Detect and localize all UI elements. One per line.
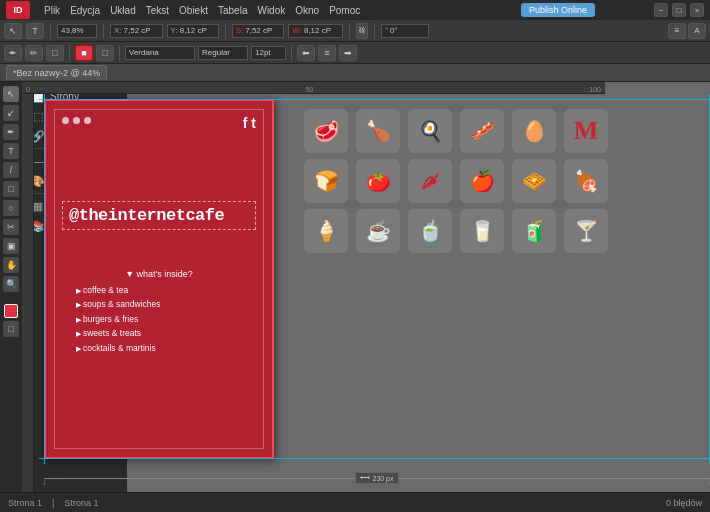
status-page: Strona 1	[8, 498, 42, 508]
food-icon-glass[interactable]: 🧃	[512, 209, 556, 253]
menu-bar: ID Plik Edycja Układ Tekst Obiekt Tabela…	[0, 0, 710, 20]
menu-item-sweets: sweets & treats	[76, 326, 160, 340]
publish-online-button[interactable]: Publish Online	[521, 3, 595, 17]
align-right[interactable]: ➡	[339, 45, 357, 61]
menu-tekst[interactable]: Tekst	[146, 5, 169, 16]
doc-menu-heading: what's inside?	[46, 269, 272, 279]
scissors-tool[interactable]: ✂	[3, 219, 19, 235]
canvas-area[interactable]: ▶ f t @theinternetcafe what's inside?	[34, 94, 710, 492]
menu-item-soups: soups & sandwiches	[76, 297, 160, 311]
doc-title[interactable]: @theinternetcafe	[62, 201, 256, 230]
facebook-icon: f	[243, 115, 248, 131]
food-icon-bacon[interactable]: 🥓	[460, 109, 504, 153]
stroke-color[interactable]: ■	[75, 45, 93, 61]
menu-edycja[interactable]: Edycja	[70, 5, 100, 16]
dot-1	[62, 117, 69, 124]
minimize-button[interactable]: −	[654, 3, 668, 17]
pen-tool[interactable]: ✒	[3, 124, 19, 140]
font-style[interactable]	[198, 46, 248, 60]
main-area: ↖ ↙ ✒ T / □ ○ ✂ ▣ ✋ 🔍 □ 0 50 100	[0, 82, 710, 492]
selection-tool[interactable]: ↖	[3, 86, 19, 102]
food-icon-waffle[interactable]: 🧇	[512, 159, 556, 203]
menu-okno[interactable]: Okno	[295, 5, 319, 16]
ruler-vertical	[22, 94, 34, 492]
food-icon-steak[interactable]: 🥩	[304, 109, 348, 153]
rect-tool[interactable]: □	[3, 181, 19, 197]
status-coords: Strona 1	[64, 498, 98, 508]
menu-pomoc[interactable]: Pomoc	[329, 5, 360, 16]
stroke-indicator[interactable]: □	[3, 321, 19, 337]
guide-bottom	[39, 458, 710, 459]
food-icon-tomato[interactable]: 🍅	[356, 159, 400, 203]
menu-uklad[interactable]: Układ	[110, 5, 136, 16]
twitter-icon: t	[251, 115, 256, 131]
tool-pencil[interactable]: ✏	[25, 45, 43, 61]
font-size[interactable]	[251, 46, 286, 60]
measure-label: ⟷230 px	[355, 472, 398, 484]
gradient-tool[interactable]: ▣	[3, 238, 19, 254]
align-left[interactable]: ⬅	[297, 45, 315, 61]
tool-shape[interactable]: □	[46, 45, 64, 61]
toolbar-1: ↖ T X: 7,52 cP Y: 8,12 cP S: 7,52 cP W: …	[0, 20, 710, 42]
food-icon-glass-empty[interactable]: 🥛	[460, 209, 504, 253]
food-icon-tea[interactable]: 🍵	[408, 209, 452, 253]
maximize-button[interactable]: □	[672, 3, 686, 17]
food-icon-chili[interactable]: 🌶	[408, 159, 452, 203]
line-tool[interactable]: /	[3, 162, 19, 178]
zoom-input[interactable]	[57, 24, 97, 38]
y-coord: Y: 8,12 cP	[167, 24, 219, 38]
w-coord: S: 7,52 cP	[232, 24, 285, 38]
food-icons-area: 🥩 🍗 🍳 🥓 🥚 M 🍞 🍅 🌶 🍎 🧇 🍖 🍦 ☕ 🍵 🥛 🧃	[304, 109, 610, 253]
rotation-coord: ° 0°	[381, 24, 429, 38]
tool-pen[interactable]: ✒	[4, 45, 22, 61]
food-icon-coffee[interactable]: ☕	[356, 209, 400, 253]
food-icon-egg[interactable]: 🍳	[408, 109, 452, 153]
char-btn[interactable]: A	[688, 23, 706, 39]
menu-tabela[interactable]: Tabela	[218, 5, 247, 16]
food-icon-letter-m[interactable]: M	[564, 109, 608, 153]
food-icon-egg2[interactable]: 🥚	[512, 109, 556, 153]
h-coord: W: 8,12 cP	[288, 24, 343, 38]
hand-tool[interactable]: ✋	[3, 257, 19, 273]
food-icon-icecream[interactable]: 🍦	[304, 209, 348, 253]
dot-3	[84, 117, 91, 124]
align-center[interactable]: ≡	[318, 45, 336, 61]
status-bar: Strona 1 | Strona 1 0 błędów	[0, 492, 710, 512]
measure-bottom: ⟷230 px	[44, 472, 710, 484]
doc-dots	[62, 117, 91, 124]
tool-type[interactable]: T	[26, 23, 44, 39]
design-document[interactable]: f t @theinternetcafe what's inside? coff…	[44, 99, 274, 459]
menu-item-cocktails: cocktails & martinis	[76, 341, 160, 355]
ellipse-tool[interactable]: ○	[3, 200, 19, 216]
menu-widok[interactable]: Widok	[257, 5, 285, 16]
guide-top	[39, 99, 710, 100]
food-icon-bread[interactable]: 🍞	[304, 159, 348, 203]
close-button[interactable]: ×	[690, 3, 704, 17]
food-icon-cocktail[interactable]: 🍸	[564, 209, 608, 253]
food-icon-apple[interactable]: 🍎	[460, 159, 504, 203]
arrow-left: ↓	[42, 476, 47, 487]
doc-social-icons: f t	[243, 115, 256, 131]
doc-border	[54, 109, 264, 449]
food-icon-chicken[interactable]: 🍗	[356, 109, 400, 153]
status-divider: |	[52, 498, 54, 508]
fill-color[interactable]: □	[96, 45, 114, 61]
menu-plik[interactable]: Plik	[44, 5, 60, 16]
status-errors: 0 błędów	[666, 498, 702, 508]
tools-panel: ↖ ↙ ✒ T / □ ○ ✂ ▣ ✋ 🔍 □	[0, 82, 22, 492]
menu-obiekt[interactable]: Obiekt	[179, 5, 208, 16]
font-family[interactable]	[125, 46, 195, 60]
ruler-horizontal: 0 50 100	[22, 82, 605, 94]
guide-left	[44, 94, 45, 464]
x-coord: X: 7,52 cP	[110, 24, 163, 38]
direct-select-tool[interactable]: ↙	[3, 105, 19, 121]
align-btn[interactable]: ≡	[668, 23, 686, 39]
type-tool[interactable]: T	[3, 143, 19, 159]
zoom-tool[interactable]: 🔍	[3, 276, 19, 292]
constrain-btn[interactable]: ⛓	[356, 23, 368, 39]
food-icon-drumstick[interactable]: 🍖	[564, 159, 608, 203]
tool-select[interactable]: ↖	[4, 23, 22, 39]
menu-item-burgers: burgers & fries	[76, 312, 160, 326]
fill-indicator[interactable]	[4, 304, 18, 318]
document-tab[interactable]: *Bez nazwy-2 @ 44%	[6, 65, 107, 80]
